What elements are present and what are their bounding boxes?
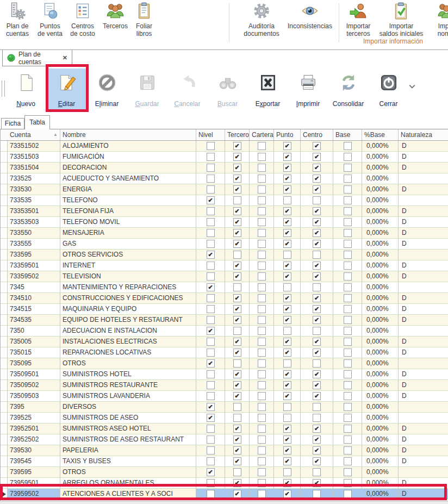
checkbox-base[interactable] [344, 164, 352, 172]
checkbox-nivel[interactable] [207, 294, 215, 302]
checkbox-punto[interactable]: ✔ [283, 142, 291, 150]
ribbon-item-impor-nomin[interactable]: Impornomin [427, 2, 448, 38]
table-row-734510[interactable]: 734510CONSTRUCCIONES Y EDIFICACIONES✔✔✔0… [1, 293, 448, 304]
checkbox-centro[interactable]: ✔ [313, 338, 321, 346]
checkbox-base[interactable] [344, 414, 352, 422]
checkbox-base[interactable] [344, 425, 352, 433]
table-row-7350[interactable]: 7350ADECUACION E INSTALACION✔0,000% [1, 326, 448, 337]
table-row-733555[interactable]: 733555GAS✔✔✔0,000%D [1, 239, 448, 250]
table-row-733595[interactable]: 733595OTROS SERVICIOS✔0,000% [1, 250, 448, 260]
checkbox-base[interactable] [344, 283, 352, 291]
checkbox-base[interactable] [344, 446, 352, 455]
checkbox-tercero[interactable]: ✔ [233, 446, 241, 455]
checkbox-punto[interactable]: ✔ [283, 425, 291, 433]
checkbox-tercero[interactable]: ✔ [233, 425, 241, 433]
checkbox-nivel[interactable] [207, 229, 215, 237]
table-row-7395[interactable]: 7395DIVERSOS✔0,000% [1, 402, 448, 413]
table-row-739525[interactable]: 739525SUMINISTROS DE ASEO✔0,000% [1, 413, 448, 424]
checkbox-nivel[interactable] [207, 425, 215, 433]
checkbox-base[interactable] [344, 392, 352, 400]
table-row-73509501[interactable]: 73509501SUMINISTROS HOTEL✔✔✔0,000%D [1, 369, 448, 380]
checkbox-cartera[interactable] [258, 349, 266, 357]
checkbox-centro[interactable]: ✔ [313, 218, 321, 226]
checkbox-punto[interactable]: ✔ [283, 272, 291, 281]
checkbox-tercero[interactable]: ✔ [233, 316, 241, 324]
table-row-73952502[interactable]: 73952502SUMINISTROS DE ASEO RESTAURANT✔✔… [1, 434, 448, 445]
checkbox-punto[interactable]: ✔ [283, 435, 291, 444]
checkbox-nivel[interactable] [207, 272, 215, 281]
table-row-73351502[interactable]: 73351502ALOJAMIENTO✔✔✔0,000%D [1, 141, 448, 152]
chevron-down-icon[interactable] [409, 83, 416, 88]
checkbox-cartera[interactable] [258, 207, 266, 215]
checkbox-base[interactable] [344, 294, 352, 302]
checkbox-nivel[interactable] [207, 446, 215, 455]
table-row-735015[interactable]: 735015REPARACIONES LOCATIVAS✔✔✔0,000%D [1, 347, 448, 358]
table-row-735095[interactable]: 735095OTROS✔0,000% [1, 358, 448, 369]
checkbox-cartera[interactable] [258, 142, 266, 150]
checkbox-cartera[interactable] [258, 468, 266, 476]
checkbox-tercero[interactable]: ✔ [233, 229, 241, 237]
checkbox-cartera[interactable] [258, 327, 266, 335]
tab-ficha[interactable]: Ficha [1, 118, 24, 129]
checkbox-nivel[interactable] [207, 262, 215, 270]
checkbox-tercero[interactable]: ✔ [233, 392, 241, 400]
checkbox-punto[interactable]: ✔ [283, 185, 291, 194]
checkbox-cartera[interactable] [258, 153, 266, 161]
checkbox-punto[interactable]: ✔ [283, 338, 291, 346]
checkbox-tercero[interactable] [233, 327, 241, 335]
checkbox-base[interactable] [344, 196, 352, 204]
checkbox-cartera[interactable] [258, 359, 266, 368]
checkbox-punto[interactable]: ✔ [283, 446, 291, 455]
checkbox-punto[interactable]: ✔ [283, 294, 291, 302]
checkbox-cartera[interactable] [258, 316, 266, 324]
checkbox-tercero[interactable]: ✔ [233, 457, 241, 465]
checkbox-tercero[interactable]: ✔ [233, 207, 241, 215]
checkbox-nivel[interactable] [207, 185, 215, 194]
checkbox-punto[interactable] [283, 468, 291, 476]
checkbox-tercero[interactable]: ✔ [233, 164, 241, 172]
checkbox-base[interactable] [344, 153, 352, 161]
checkbox-centro[interactable] [313, 327, 321, 335]
checkbox-punto[interactable]: ✔ [283, 262, 291, 270]
checkbox-base[interactable] [344, 381, 352, 389]
checkbox-punto[interactable]: ✔ [283, 229, 291, 237]
checkbox-base[interactable] [344, 327, 352, 335]
checkbox-cartera[interactable] [258, 446, 266, 455]
checkbox-nivel[interactable] [207, 370, 215, 378]
checkbox-nivel[interactable] [207, 175, 215, 183]
table-row-73351504[interactable]: 73351504DECORACION✔✔✔0,000%D [1, 163, 448, 173]
checkbox-nivel[interactable] [207, 392, 215, 400]
table-row-73353501[interactable]: 73353501TELEFONIA FIJA✔✔✔0,000%D [1, 206, 448, 217]
toolbar-button-eliminar[interactable]: Eliminar [88, 69, 126, 111]
checkbox-tercero[interactable]: ✔ [233, 240, 241, 248]
column-header-centro[interactable]: Centro [301, 129, 333, 140]
checkbox-cartera[interactable] [258, 392, 266, 400]
table-row-73959501[interactable]: 73959501ARREGLOS ORNAMENTALES✔✔✔0,000%D [1, 478, 448, 489]
ribbon-item-auditor-a-documentos[interactable]: Auditoríadocumentos [238, 2, 285, 38]
checkbox-base[interactable] [344, 468, 352, 476]
checkbox-nivel[interactable]: ✔ [207, 403, 215, 411]
checkbox-cartera[interactable] [258, 164, 266, 172]
checkbox-centro[interactable] [313, 403, 321, 411]
toolbar-button-cerrar[interactable]: Cerrar [369, 69, 408, 111]
toolbar-grip-handle[interactable] [2, 80, 5, 97]
checkbox-centro[interactable]: ✔ [313, 164, 321, 172]
checkbox-punto[interactable]: ✔ [283, 153, 291, 161]
checkbox-base[interactable] [344, 457, 352, 465]
table-row-73353503[interactable]: 73353503TELEFONO MOVIL✔✔✔0,000%D [1, 217, 448, 228]
checkbox-tercero[interactable]: ✔ [233, 272, 241, 281]
checkbox-tercero[interactable]: ✔ [233, 294, 241, 302]
checkbox-nivel[interactable] [207, 435, 215, 444]
checkbox-nivel[interactable]: ✔ [207, 283, 215, 291]
checkbox-centro[interactable]: ✔ [313, 435, 321, 444]
checkbox-nivel[interactable] [207, 142, 215, 150]
checkbox-nivel[interactable]: ✔ [207, 196, 215, 204]
table-row-73952501[interactable]: 73952501SUMINISTROS ASEO HOTEL✔✔✔0,000%D [1, 424, 448, 434]
checkbox-nivel[interactable]: ✔ [207, 414, 215, 422]
table-row-739545[interactable]: 739545TAXIS Y BUSES✔✔✔0,000%D [1, 456, 448, 467]
checkbox-base[interactable] [344, 251, 352, 259]
column-header-nombre[interactable]: Nombre [60, 129, 196, 140]
checkbox-nivel[interactable] [207, 240, 215, 248]
checkbox-centro[interactable]: ✔ [313, 294, 321, 302]
checkbox-tercero[interactable]: ✔ [233, 305, 241, 313]
